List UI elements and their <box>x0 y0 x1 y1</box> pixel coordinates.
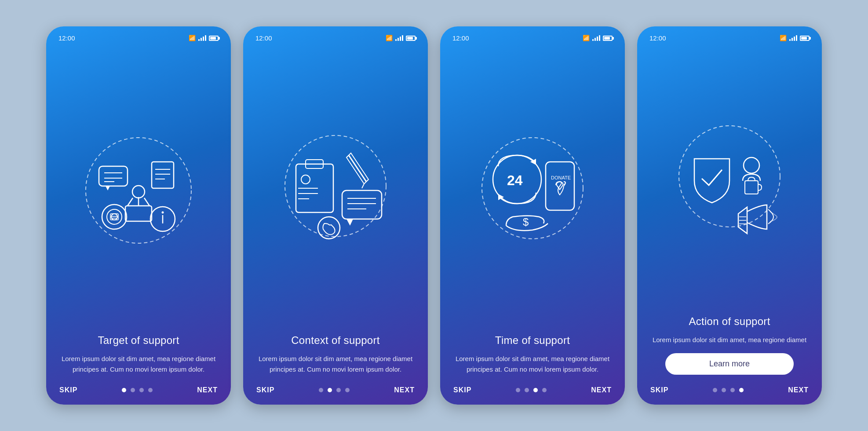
svg-text:24: 24 <box>507 172 523 188</box>
svg-marker-10 <box>106 186 110 190</box>
svg-point-19 <box>162 211 164 213</box>
dot-2-3 <box>336 388 341 392</box>
learn-more-button[interactable]: Learn more <box>665 353 793 375</box>
status-icons-3: 📶 <box>583 35 613 41</box>
screen-body-3: Lorem ipsum dolor sit dim amet, mea regi… <box>452 354 613 375</box>
dot-2-4 <box>345 388 350 392</box>
svg-point-24 <box>285 135 386 237</box>
svg-point-11 <box>102 205 127 229</box>
svg-line-4 <box>128 198 133 206</box>
svg-point-49 <box>744 157 759 173</box>
nav-bar-4: SKIP NEXT <box>637 379 822 405</box>
dot-1-2 <box>131 388 135 392</box>
battery-3 <box>603 36 613 41</box>
dot-3-2 <box>525 388 529 392</box>
skip-button-4[interactable]: SKIP <box>650 386 668 394</box>
nav-dots-2 <box>319 388 350 392</box>
next-button-3[interactable]: NEXT <box>591 386 612 394</box>
illustration-1 <box>77 129 200 252</box>
svg-rect-34 <box>342 190 382 219</box>
svg-rect-6 <box>99 166 128 186</box>
time-4: 12:00 <box>649 34 666 42</box>
battery-1 <box>209 36 219 41</box>
dot-2-2 <box>328 388 332 392</box>
text-content-2: Context of support Lorem ipsum dolor sit… <box>243 334 428 379</box>
svg-line-31 <box>349 155 366 182</box>
wifi-icon-2: 📶 <box>386 35 393 41</box>
dot-3-4 <box>542 388 547 392</box>
signal-bars-4 <box>789 35 797 41</box>
status-icons-4: 📶 <box>780 35 810 41</box>
screen-body-2: Lorem ipsum dolor sit dim amet, mea regi… <box>255 354 416 375</box>
status-bar-2: 12:00 📶 <box>243 26 428 46</box>
phone-card-1: 12:00 📶 <box>46 26 231 405</box>
illustration-2 <box>274 129 397 252</box>
skip-button-3[interactable]: SKIP <box>453 386 471 394</box>
screens-container: 12:00 📶 <box>29 9 839 422</box>
nav-bar-3: SKIP NEXT <box>440 379 625 405</box>
svg-point-3 <box>132 186 145 198</box>
svg-point-13 <box>111 214 117 220</box>
svg-marker-38 <box>346 219 353 226</box>
time-1: 12:00 <box>58 34 75 42</box>
phone-card-3: 12:00 📶 <box>440 26 625 405</box>
text-content-3: Time of support Lorem ipsum dolor sit di… <box>440 334 625 379</box>
nav-bar-2: SKIP NEXT <box>243 379 428 405</box>
screen-title-3: Time of support <box>452 334 613 347</box>
dot-1-4 <box>148 388 153 392</box>
time-3: 12:00 <box>452 34 469 42</box>
nav-dots-3 <box>516 388 547 392</box>
nav-dots-1 <box>122 388 153 392</box>
time-2: 12:00 <box>255 34 272 42</box>
svg-point-27 <box>301 175 310 184</box>
illustration-4 <box>668 119 791 242</box>
phone-card-2: 12:00 📶 <box>243 26 428 405</box>
icon-area-2 <box>243 46 428 334</box>
svg-line-5 <box>144 198 150 206</box>
wifi-icon-3: 📶 <box>583 35 590 41</box>
svg-rect-20 <box>152 162 174 188</box>
dot-3-3 <box>533 388 538 392</box>
phone-card-4: 12:00 📶 <box>637 26 822 405</box>
icon-area-3: 24 DONATE $ <box>440 46 625 334</box>
status-bar-4: 12:00 📶 <box>637 26 822 46</box>
status-bar-3: 12:00 📶 <box>440 26 625 46</box>
skip-button-2[interactable]: SKIP <box>256 386 274 394</box>
svg-line-33 <box>362 184 364 188</box>
signal-bars-3 <box>592 35 600 41</box>
svg-rect-50 <box>745 181 758 194</box>
screen-body-1: Lorem ipsum dolor sit dim amet, mea regi… <box>58 354 219 375</box>
dot-4-4 <box>739 388 744 392</box>
signal-bars-2 <box>395 35 403 41</box>
wifi-icon-1: 📶 <box>189 35 196 41</box>
wifi-icon-4: 📶 <box>780 35 787 41</box>
next-button-1[interactable]: NEXT <box>197 386 218 394</box>
signal-bars-1 <box>198 35 206 41</box>
nav-dots-4 <box>713 388 744 392</box>
nav-bar-1: SKIP NEXT <box>46 379 231 405</box>
skip-button-1[interactable]: SKIP <box>59 386 77 394</box>
dot-1-1 <box>122 388 126 392</box>
status-bar-1: 12:00 📶 <box>46 26 231 46</box>
svg-point-12 <box>107 209 122 224</box>
svg-point-0 <box>86 138 191 243</box>
screen-title-1: Target of support <box>58 334 219 347</box>
dot-4-1 <box>713 388 717 392</box>
dot-3-1 <box>516 388 520 392</box>
dot-2-1 <box>319 388 323 392</box>
status-icons-1: 📶 <box>189 35 219 41</box>
battery-2 <box>406 36 416 41</box>
svg-text:DONATE: DONATE <box>551 175 571 180</box>
next-button-2[interactable]: NEXT <box>394 386 415 394</box>
dot-4-3 <box>730 388 735 392</box>
status-icons-2: 📶 <box>386 35 416 41</box>
icon-area-1 <box>46 46 231 334</box>
battery-4 <box>800 36 810 41</box>
svg-text:$: $ <box>523 216 529 228</box>
svg-point-40 <box>482 138 583 239</box>
dot-4-2 <box>722 388 726 392</box>
screen-body-4: Lorem ipsum dolor sit dim amet, mea regi… <box>649 335 810 345</box>
screen-title-2: Context of support <box>255 334 416 347</box>
icon-area-4 <box>637 46 822 315</box>
next-button-4[interactable]: NEXT <box>788 386 809 394</box>
